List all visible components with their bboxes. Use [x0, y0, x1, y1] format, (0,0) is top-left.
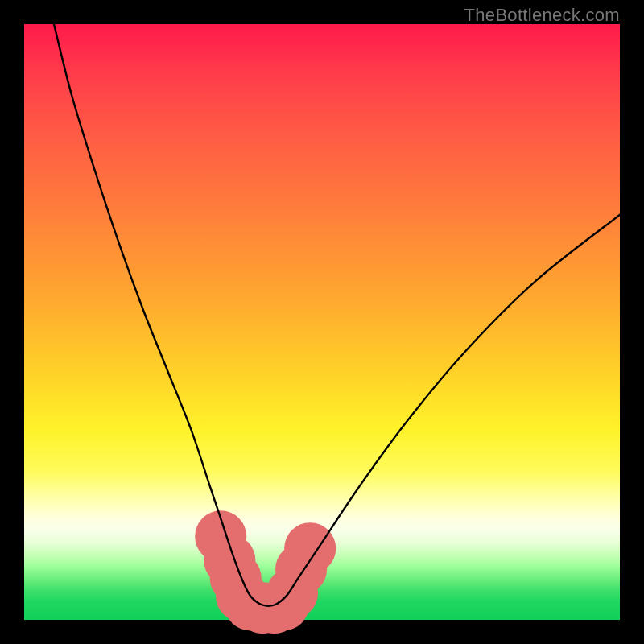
chart-svg — [24, 24, 620, 620]
bottleneck-curve-path — [54, 24, 620, 606]
chart-frame: TheBottleneck.com — [0, 0, 644, 644]
bead-layer — [195, 510, 336, 634]
bead-marker — [284, 522, 336, 574]
watermark-text: TheBottleneck.com — [464, 5, 620, 26]
